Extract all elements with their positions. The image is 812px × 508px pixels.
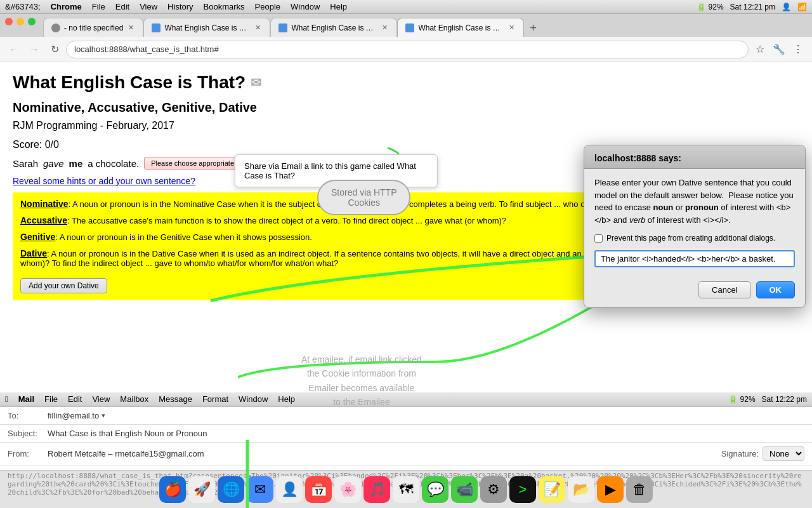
tab-close-4[interactable]: ✕: [508, 22, 516, 33]
menu-help[interactable]: Help: [330, 2, 347, 11]
cookie-line2: Cookies: [331, 197, 396, 208]
mail-from-field: From: Robert Metcalfe – rmetcalfe15@gmai…: [0, 443, 812, 465]
dock-notes[interactable]: 📝: [539, 476, 565, 503]
mail-menu-mail[interactable]: Mail: [18, 394, 34, 404]
chrome-toolbar: ← → ↻ localhost:8888/what_case_is_that.h…: [0, 37, 812, 62]
case-name-dative: Dative: [20, 248, 47, 258]
mail-menu-window[interactable]: Window: [239, 394, 268, 404]
dock-itunes[interactable]: 🎵: [363, 476, 390, 503]
tab-icon-4: [405, 23, 414, 32]
menu-history[interactable]: History: [167, 2, 193, 11]
dock-vlc[interactable]: ▶: [597, 476, 624, 503]
dock-filezilla[interactable]: 📂: [568, 476, 594, 503]
mail-menu-help[interactable]: Help: [278, 394, 295, 404]
case-name-nominative: Nominative: [20, 199, 68, 209]
dock-facetime[interactable]: 📹: [451, 476, 478, 503]
dock-safari[interactable]: 🌐: [218, 476, 244, 503]
tab-title-2: What English Case is That? - N...: [164, 23, 250, 32]
mail-battery: 🔋 92%: [728, 395, 755, 404]
mail-menu-format[interactable]: Format: [202, 394, 228, 404]
menu-view[interactable]: View: [140, 2, 157, 11]
ok-button[interactable]: OK: [756, 281, 796, 298]
case-sep-accusative: :: [67, 216, 72, 225]
dialog-buttons: Cancel OK: [584, 281, 805, 307]
dock-photos[interactable]: 🌸: [334, 476, 361, 503]
dock-calendar[interactable]: 📅: [305, 476, 332, 503]
cancel-button[interactable]: Cancel: [698, 281, 750, 298]
dock-messages[interactable]: 💬: [422, 476, 449, 503]
dock-maps[interactable]: 🗺: [393, 476, 419, 503]
mail-menu-file[interactable]: File: [44, 394, 58, 404]
tab-icon-2: [152, 23, 160, 32]
signature-select[interactable]: None: [763, 446, 804, 461]
sentence-rest: a chocolate.: [88, 158, 139, 169]
minimize-button[interactable]: [16, 18, 24, 25]
star-button[interactable]: ☆: [751, 41, 769, 58]
menu-edit[interactable]: Edit: [115, 2, 129, 11]
clock: Sat 12:21 pm: [730, 3, 775, 11]
dialog-header: localhost:8888 says:: [584, 145, 805, 169]
dock-trash[interactable]: 🗑: [626, 476, 653, 503]
tab-3[interactable]: What English Case is That? - N... ✕: [270, 18, 397, 37]
case-name-genitive: Genitive: [20, 232, 55, 242]
sentence-bold-word: me: [69, 158, 83, 169]
mail-menu-view[interactable]: View: [92, 394, 110, 404]
mac-dock: 🍎 🚀 🌐 ✉ 👤 📅 🌸 🎵 🗺 💬 📹 ⚙ > 📝 📂 ▶ 🗑: [0, 470, 812, 508]
mail-menu-mailbox[interactable]: Mailbox: [120, 394, 148, 404]
case-desc-accusative: The accusative case's main function is t…: [72, 216, 506, 225]
tab-2[interactable]: What English Case is That? - N... ✕: [143, 18, 270, 37]
dock-finder[interactable]: 🍎: [159, 476, 186, 503]
dock-mail[interactable]: ✉: [247, 476, 273, 503]
email-info-text: At emailee, if email link clickedthe Coo…: [301, 352, 422, 410]
tab-1[interactable]: - no title specified ✕: [43, 18, 143, 37]
user-icon: 👤: [782, 3, 791, 11]
menubar-right: 🔋 92% Sat 12:21 pm 👤 📶: [697, 3, 807, 11]
new-tab-button[interactable]: +: [524, 19, 542, 37]
tab-close-2[interactable]: ✕: [254, 22, 262, 33]
tab-4[interactable]: What English Case is That? - N... ✕: [397, 18, 524, 37]
add-dative-button[interactable]: Add your own Dative: [20, 278, 107, 293]
mail-from-label: From:: [8, 449, 43, 458]
mail-subject-value: What Case is that English Noun or Pronou…: [48, 429, 804, 438]
dialog: localhost:8888 says: Please enter your o…: [584, 145, 806, 308]
mail-from-value: Robert Metcalfe – rmetcalfe15@gmail.com: [48, 449, 204, 458]
menu-chrome[interactable]: Chrome: [51, 2, 82, 11]
signature-label: Signature:: [721, 449, 759, 458]
close-button[interactable]: [5, 18, 13, 25]
mail-to-text: fillin@email.to: [48, 411, 99, 420]
menu-bookmarks[interactable]: Bookmarks: [204, 2, 245, 11]
mail-to-dropdown-arrow[interactable]: ▾: [102, 411, 105, 420]
prevent-dialogs-checkbox[interactable]: [594, 234, 603, 243]
dock-settings[interactable]: ⚙: [480, 476, 507, 503]
tab-close-3[interactable]: ✕: [381, 22, 389, 33]
back-button[interactable]: ←: [5, 41, 23, 58]
mail-to-value[interactable]: fillin@email.to ▾: [48, 411, 804, 420]
dock-terminal[interactable]: >: [509, 476, 536, 503]
reload-button[interactable]: ↻: [46, 41, 63, 58]
dialog-body-text: Please enter your own Dative sentence th…: [594, 177, 795, 226]
menu-button[interactable]: ⋮: [789, 41, 807, 58]
mail-menu-message[interactable]: Message: [159, 394, 192, 404]
email-share-icon[interactable]: ✉: [251, 75, 261, 90]
apple-menu[interactable]: &#63743;: [5, 2, 41, 11]
url-text: localhost:8888/what_case_is_that.htm#: [74, 44, 219, 54]
menu-people[interactable]: People: [255, 2, 280, 11]
dock-launchpad[interactable]: 🚀: [188, 476, 215, 503]
dialog-checkbox-row: Prevent this page from creating addition…: [594, 232, 795, 244]
menu-file[interactable]: File: [92, 2, 105, 11]
dock-contacts[interactable]: 👤: [276, 476, 303, 503]
page-subtitle: Nominative, Accusative, Genitive, Dative: [13, 100, 799, 115]
maximize-button[interactable]: [28, 18, 36, 25]
forward-button[interactable]: →: [25, 41, 43, 58]
case-desc-genitive: A noun or pronoun is in the Genitive Cas…: [60, 232, 312, 242]
extensions-button[interactable]: 🔧: [770, 41, 788, 58]
mail-menubar-right: 🔋 92% Sat 12:22 pm: [728, 395, 807, 404]
mail-menu-edit[interactable]: Edit: [68, 394, 82, 404]
mail-subject-field: Subject: What Case is that English Noun …: [0, 425, 812, 443]
cookie-bubble: Stored via HTTP Cookies: [317, 180, 410, 215]
tab-close-1[interactable]: ✕: [127, 22, 135, 33]
menu-window[interactable]: Window: [291, 2, 320, 11]
dialog-input[interactable]: [594, 250, 795, 267]
apple-menu-mail[interactable]: : [5, 394, 8, 404]
address-bar[interactable]: localhost:8888/what_case_is_that.htm#: [66, 41, 749, 58]
